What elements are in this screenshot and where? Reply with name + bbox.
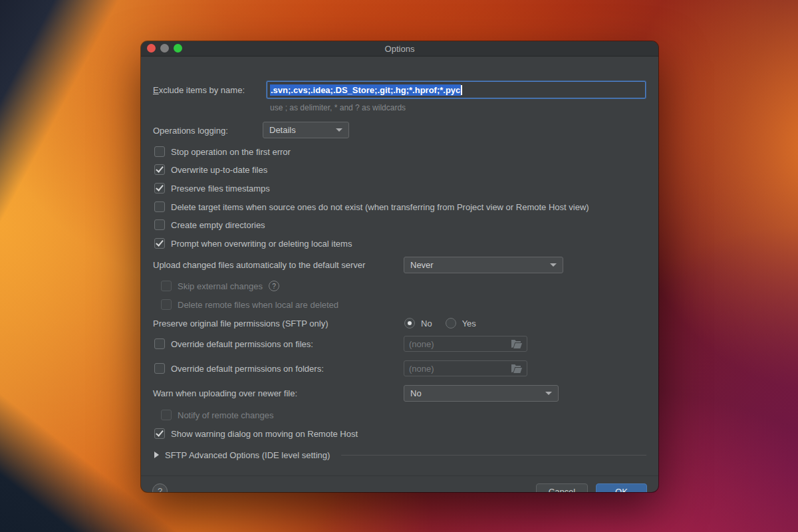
folder-icon[interactable] [511, 364, 522, 373]
checkbox-icon[interactable] [154, 428, 165, 439]
checkbox-row-preserve-timestamps[interactable]: Preserve files timestamps [154, 182, 270, 195]
dialog-content: Exclude items by name: .svn;.cvs;.idea;.… [141, 57, 658, 492]
exclude-hint: use ; as delimiter, * and ? as wildcards [270, 103, 406, 112]
checkbox-row-notify-remote-changes: Notify of remote changes [161, 408, 274, 422]
permissions-label-row: Preserve original file permissions (SFTP… [153, 317, 328, 330]
close-icon[interactable] [147, 44, 156, 53]
warn-select[interactable]: No [404, 385, 559, 402]
section-divider [341, 455, 646, 456]
chevron-down-icon [545, 392, 552, 395]
minimize-icon[interactable] [160, 44, 169, 53]
checkbox-label: Preserve files timestamps [171, 184, 270, 194]
sftp-advanced-label: SFTP Advanced Options (IDE level setting… [165, 450, 330, 460]
upload-label: Upload changed files automatically to th… [153, 260, 365, 270]
help-icon[interactable]: ? [269, 281, 279, 291]
operations-logging-value: Details [269, 125, 296, 135]
checkbox-row-prompt-when-overwriting[interactable]: Prompt when overwriting or deleting loca… [154, 237, 352, 250]
checkbox-row-overwrite-up-to-date[interactable]: Overwrite up-to-date files [154, 163, 267, 176]
cancel-button[interactable]: Cancel [536, 483, 588, 492]
permissions-radio-group: No Yes [404, 317, 476, 330]
checkbox-row-override-folders[interactable]: Override default permissions on folders: [154, 362, 324, 375]
override-folders-input[interactable]: (none) [404, 360, 527, 376]
checkbox-row-skip-external-changes: Skip external changes ? [161, 279, 279, 293]
checkbox-label: Notify of remote changes [178, 410, 274, 420]
checkbox-icon [161, 299, 172, 310]
radio-yes[interactable] [446, 318, 456, 329]
checkbox-icon[interactable] [154, 164, 165, 175]
operations-logging-label-row: Operations logging: [153, 124, 228, 137]
help-button[interactable]: ? [152, 483, 168, 492]
expand-arrow-icon[interactable] [154, 452, 159, 458]
checkbox-icon[interactable] [154, 238, 165, 249]
checkbox-icon[interactable] [154, 183, 165, 194]
radio-no-label: No [421, 319, 432, 329]
operations-logging-select[interactable]: Details [263, 122, 349, 138]
upload-value: Never [410, 260, 434, 270]
checkbox-row-delete-target-items[interactable]: Delete target items when source ones do … [154, 200, 589, 213]
exclude-label-row: Exclude items by name: [153, 83, 245, 96]
zoom-icon[interactable] [174, 44, 182, 53]
checkbox-label: Delete remote files when local are delet… [178, 300, 338, 310]
folder-icon[interactable] [511, 340, 522, 348]
titlebar[interactable]: Options [141, 41, 658, 57]
options-dialog: Options Exclude items by name: .svn;.cvs… [141, 41, 658, 492]
chevron-down-icon [550, 263, 557, 267]
checkbox-icon[interactable] [154, 146, 165, 157]
checkbox-label: Prompt when overwriting or deleting loca… [171, 239, 352, 249]
checkbox-row-delete-remote-files: Delete remote files when local are delet… [161, 298, 338, 311]
radio-no[interactable] [404, 318, 415, 329]
checkbox-row-show-warning-dialog[interactable]: Show warning dialog on moving on Remote … [154, 427, 358, 440]
exclude-input[interactable]: .svn;.cvs;.idea;.DS_Store;.git;.hg;*.hpr… [267, 81, 646, 98]
warn-value: No [410, 388, 422, 398]
checkbox-label: Delete target items when source ones do … [171, 202, 589, 212]
exclude-label: Exclude items by name: [153, 85, 245, 95]
checkbox-icon [161, 281, 172, 291]
override-files-input[interactable]: (none) [404, 336, 527, 352]
sftp-advanced-expander[interactable]: SFTP Advanced Options (IDE level setting… [154, 448, 646, 462]
window-title: Options [385, 44, 415, 54]
override-folders-value: (none) [409, 364, 434, 374]
upload-label-row: Upload changed files automatically to th… [153, 258, 365, 271]
radio-yes-label: Yes [462, 319, 476, 329]
checkbox-icon[interactable] [154, 201, 165, 212]
permissions-label: Preserve original file permissions (SFTP… [153, 319, 328, 329]
checkbox-icon[interactable] [154, 219, 165, 230]
exclude-input-selected-text: .svn;.cvs;.idea;.DS_Store;.git;.hg;*.hpr… [270, 84, 461, 96]
checkbox-label: Overwrite up-to-date files [171, 165, 267, 175]
checkbox-row-override-files[interactable]: Override default permissions on files: [154, 337, 313, 350]
checkbox-label: Show warning dialog on moving on Remote … [171, 429, 358, 439]
checkbox-row-stop-first-error[interactable]: Stop operation on the first error [154, 145, 291, 158]
checkbox-label: Override default permissions on folders: [171, 364, 324, 374]
ok-button[interactable]: OK [596, 483, 647, 492]
checkbox-icon[interactable] [154, 338, 165, 349]
operations-logging-label: Operations logging: [153, 126, 228, 136]
checkbox-label: Skip external changes [178, 281, 263, 291]
text-caret [461, 85, 462, 95]
checkbox-label: Stop operation on the first error [171, 147, 291, 157]
checkbox-label: Override default permissions on files: [171, 339, 313, 349]
override-files-value: (none) [409, 339, 434, 349]
checkbox-label: Create empty directories [171, 220, 265, 230]
checkbox-icon[interactable] [154, 363, 165, 374]
checkbox-icon [161, 410, 172, 420]
footer-separator [141, 475, 658, 476]
upload-select[interactable]: Never [404, 257, 563, 273]
warn-label: Warn when uploading over newer file: [153, 388, 297, 398]
checkbox-row-create-empty-directories[interactable]: Create empty directories [154, 218, 265, 231]
chevron-down-icon [336, 128, 342, 132]
warn-label-row: Warn when uploading over newer file: [153, 386, 297, 400]
traffic-lights [147, 44, 182, 53]
